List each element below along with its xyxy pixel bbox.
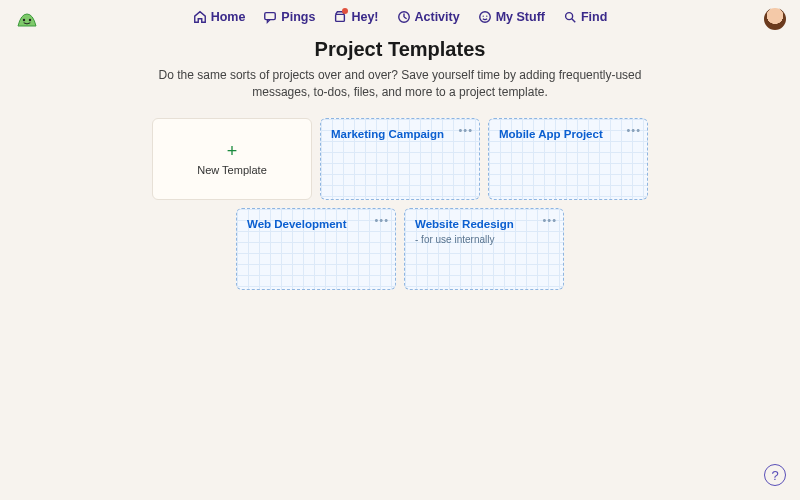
template-title: Web Development <box>247 218 385 232</box>
template-card[interactable]: ••• Mobile App Project <box>488 118 648 200</box>
new-template-label: New Template <box>197 164 267 176</box>
nav-mystuff-label: My Stuff <box>496 10 545 24</box>
svg-rect-3 <box>336 14 345 21</box>
nav-pings[interactable]: Pings <box>263 10 315 24</box>
new-template-button[interactable]: + New Template <box>152 118 312 200</box>
page-title: Project Templates <box>0 38 800 61</box>
svg-point-7 <box>486 15 487 16</box>
nav-find[interactable]: Find <box>563 10 607 24</box>
avatar[interactable] <box>764 8 786 30</box>
card-more-icon[interactable]: ••• <box>626 124 641 136</box>
template-desc: - for use internally <box>415 234 553 245</box>
templates-grid: + New Template ••• Marketing Campaign ••… <box>0 118 800 290</box>
activity-icon <box>397 10 411 24</box>
help-icon: ? <box>771 468 778 483</box>
svg-point-8 <box>566 13 573 20</box>
plus-icon: + <box>227 142 238 160</box>
nav-find-label: Find <box>581 10 607 24</box>
svg-point-6 <box>482 15 483 16</box>
nav-pings-label: Pings <box>281 10 315 24</box>
svg-point-0 <box>23 19 25 21</box>
template-title: Website Redesign <box>415 218 553 232</box>
nav-hey[interactable]: Hey! <box>333 10 378 24</box>
nav-mystuff[interactable]: My Stuff <box>478 10 545 24</box>
card-more-icon[interactable]: ••• <box>374 214 389 226</box>
svg-point-5 <box>479 12 490 23</box>
find-icon <box>563 10 577 24</box>
nav-activity[interactable]: Activity <box>397 10 460 24</box>
nav-activity-label: Activity <box>415 10 460 24</box>
card-more-icon[interactable]: ••• <box>542 214 557 226</box>
main-nav: Home Pings Hey! Activity My Stuff <box>193 10 608 24</box>
svg-point-1 <box>29 19 31 21</box>
help-button[interactable]: ? <box>764 464 786 486</box>
template-card[interactable]: ••• Website Redesign - for use internall… <box>404 208 564 290</box>
template-title: Marketing Campaign <box>331 128 469 142</box>
mystuff-icon <box>478 10 492 24</box>
svg-rect-2 <box>265 13 276 20</box>
page-subtitle: Do the same sorts of projects over and o… <box>130 67 670 102</box>
template-card[interactable]: ••• Web Development <box>236 208 396 290</box>
home-icon <box>193 10 207 24</box>
template-card[interactable]: ••• Marketing Campaign <box>320 118 480 200</box>
template-title: Mobile App Project <box>499 128 637 142</box>
logo[interactable] <box>14 8 40 30</box>
nav-home-label: Home <box>211 10 246 24</box>
nav-home[interactable]: Home <box>193 10 246 24</box>
hey-notification-dot <box>342 8 348 14</box>
pings-icon <box>263 10 277 24</box>
card-more-icon[interactable]: ••• <box>458 124 473 136</box>
nav-hey-label: Hey! <box>351 10 378 24</box>
